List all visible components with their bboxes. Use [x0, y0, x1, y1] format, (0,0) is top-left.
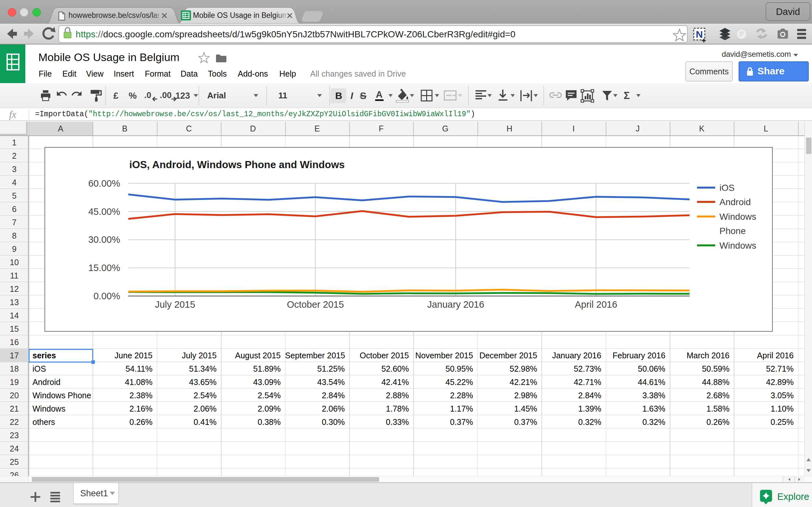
svg-text:Windows: Windows [719, 240, 756, 250]
svg-text:45.00%: 45.00% [88, 207, 120, 217]
svg-text:January 2016: January 2016 [427, 299, 484, 309]
svg-text:I: I [350, 90, 353, 101]
svg-text:October 2015: October 2015 [287, 299, 344, 309]
svg-text:60.00%: 60.00% [88, 178, 120, 188]
svg-text:David: David [776, 6, 800, 17]
svg-text:.00: .00 [160, 90, 171, 100]
svg-text:Arial: Arial [207, 91, 226, 100]
svg-text:123: 123 [175, 91, 190, 101]
svg-text:Android: Android [719, 197, 751, 207]
svg-text:%: % [129, 91, 137, 101]
svg-text:A: A [376, 89, 383, 100]
svg-text:Windows: Windows [719, 212, 756, 222]
svg-text:howwebrowse.be/csv/os/last: howwebrowse.be/csv/os/last [68, 11, 163, 19]
svg-text:11: 11 [278, 91, 288, 100]
svg-text:April 2016: April 2016 [575, 299, 617, 309]
svg-text:Mobile OS Usage in Belgium: Mobile OS Usage in Belgium [193, 11, 289, 19]
svg-text:Σ: Σ [624, 90, 630, 101]
svg-text:N: N [696, 29, 703, 40]
svg-text:.0: .0 [144, 90, 151, 100]
svg-text:iOS: iOS [719, 183, 735, 193]
svg-text:15.00%: 15.00% [88, 263, 120, 273]
svg-text:S: S [360, 90, 366, 101]
svg-text:July 2015: July 2015 [155, 299, 195, 309]
svg-text:iOS, Android, Windows Phone an: iOS, Android, Windows Phone and Windows [129, 159, 345, 170]
svg-text:Phone: Phone [719, 226, 746, 236]
svg-text:0.00%: 0.00% [94, 291, 120, 301]
svg-text:£: £ [113, 91, 118, 101]
svg-text:30.00%: 30.00% [88, 234, 120, 245]
svg-text:B: B [335, 90, 342, 101]
